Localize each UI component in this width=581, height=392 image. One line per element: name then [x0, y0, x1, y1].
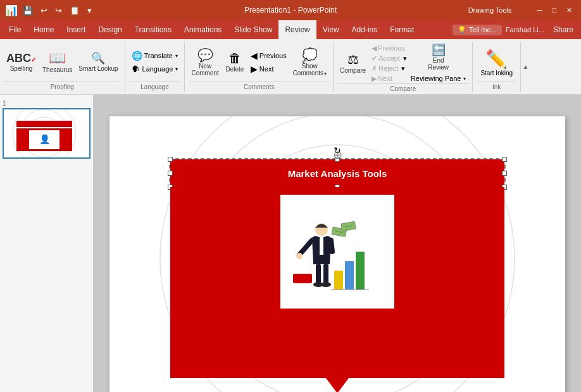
redo-button[interactable]: ↪ [53, 4, 65, 16]
tab-view[interactable]: View [316, 20, 346, 39]
tab-review[interactable]: Review [278, 20, 316, 39]
accept-icon: ✔ [372, 54, 377, 63]
share-button[interactable]: Share [548, 24, 578, 35]
lightbulb-icon: 💡 [458, 26, 466, 34]
drawing-tools-label: Drawing Tools [468, 6, 512, 14]
tab-format[interactable]: Format [384, 20, 420, 39]
ribbon-group-proofing: ABC✓ Spelling 📖 Thesaurus 🔍 Smart Lookup… [0, 42, 125, 92]
reject-dropdown[interactable]: ▾ [401, 64, 405, 73]
next-comment-button[interactable]: ▶ Next [248, 63, 289, 75]
title-shape[interactable]: ↻ Market Analysis Tools [170, 159, 504, 187]
thesaurus-button[interactable]: 📖 Thesaurus [40, 50, 75, 75]
ribbon-group-language: 🌐 Translate ▾ 🗣 Language ▾ Language [125, 42, 185, 92]
title-bar: 📊 💾 ↩ ↪ 📋 ▾ Presentation1 - PowerPoint D… [0, 0, 581, 20]
ribbon: ABC✓ Spelling 📖 Thesaurus 🔍 Smart Lookup… [0, 39, 581, 95]
proofing-group-label: Proofing [4, 82, 121, 90]
next-comment-icon: ▶ [251, 64, 258, 74]
translate-label: Translate [144, 52, 173, 59]
show-comments-button[interactable]: 💭 ShowComments▾ [290, 47, 329, 78]
reject-button[interactable]: ✗ Reject [370, 64, 400, 73]
thesaurus-label: Thesaurus [42, 66, 72, 73]
tab-insert[interactable]: Insert [60, 20, 92, 39]
tab-home[interactable]: Home [27, 20, 60, 39]
close-button[interactable]: ✕ [563, 5, 576, 16]
compare-actions: ◀ Previous ✔ Accept ▾ ✗ Reject [370, 44, 407, 83]
compare-next-icon: ▶ [372, 75, 377, 83]
translate-button[interactable]: 🌐 Translate ▾ [129, 49, 181, 62]
show-comments-label: ShowComments▾ [293, 63, 327, 77]
tab-design[interactable]: Design [92, 20, 128, 39]
spelling-icon: ABC✓ [6, 52, 36, 64]
accept-label: Accept [378, 54, 400, 62]
user-account[interactable]: Farshad Li... [506, 26, 544, 34]
smart-lookup-icon: 🔍 [91, 52, 105, 64]
more-qat-button[interactable]: ▾ [85, 4, 94, 16]
delete-comment-button[interactable]: 🗑 Delete [223, 51, 247, 74]
ink-group-label: Ink [477, 82, 516, 90]
compare-next-button[interactable]: ▶ Next [370, 74, 394, 83]
tab-animations[interactable]: Animations [178, 20, 228, 39]
compare-button[interactable]: ⚖ Compare [337, 52, 368, 75]
thesaurus-icon: 📖 [49, 51, 66, 65]
translate-icon: 🌐 [132, 51, 142, 61]
window-title: Presentation1 - PowerPoint [244, 6, 337, 15]
reviewing-pane-button[interactable]: Reviewing Pane ▾ [408, 73, 469, 83]
delete-icon: 🗑 [228, 52, 241, 64]
tab-transitions[interactable]: Transitions [128, 20, 178, 39]
spelling-label: Spelling [10, 65, 33, 72]
svg-rect-13 [334, 271, 343, 290]
compare-previous-button[interactable]: ◀ Previous [370, 44, 407, 53]
compare-group-label: Compare [337, 83, 468, 92]
handle-tr[interactable] [502, 157, 507, 162]
reviewing-pane-label: Reviewing Pane [411, 75, 461, 82]
connector-handle[interactable]: ⊕ [333, 148, 342, 162]
handle-ml[interactable] [168, 171, 173, 176]
show-comments-arrow: ▾ [324, 71, 327, 77]
prev-comment-icon: ◀ [251, 51, 258, 61]
spelling-button[interactable]: ABC✓ Spelling [4, 51, 39, 73]
ribbon-tabs: File Home Insert Design Transitions Anim… [0, 20, 581, 39]
language-buttons: 🌐 Translate ▾ 🗣 Language ▾ [129, 43, 181, 82]
tab-file[interactable]: File [3, 20, 27, 39]
undo-button[interactable]: ↩ [38, 4, 50, 16]
smart-lookup-button[interactable]: 🔍 Smart Lookup [76, 51, 120, 73]
canvas-area[interactable]: ↻ Market Analysis Tools [94, 95, 581, 392]
slide-thumb-content: 👤 [4, 109, 85, 157]
language-icon: 🗣 [132, 64, 141, 74]
tell-me-box[interactable]: 💡 Tell me... [453, 25, 502, 35]
new-comment-button[interactable]: 💬 NewComment [189, 47, 221, 78]
handle-mr[interactable] [502, 171, 507, 176]
compare-row-previous: ◀ Previous [370, 44, 407, 53]
maximize-button[interactable]: □ [548, 5, 560, 15]
main-area: 1 👤 [0, 95, 581, 392]
slide-title-text: Market Analysis Tools [288, 168, 387, 179]
proofing-buttons: ABC✓ Spelling 📖 Thesaurus 🔍 Smart Lookup [4, 43, 121, 82]
handle-tl[interactable] [168, 157, 173, 162]
reviewing-pane-arrow: ▾ [463, 76, 466, 82]
tell-me-text: Tell me... [469, 26, 497, 34]
start-inking-label: Start Inking [480, 70, 513, 77]
end-review-icon: 🔚 [432, 44, 446, 56]
end-review-button[interactable]: 🔚 EndReview [408, 43, 469, 72]
end-review-label: EndReview [428, 57, 449, 71]
tab-slide-show[interactable]: Slide Show [228, 20, 278, 39]
minimize-button[interactable]: ─ [534, 5, 546, 15]
compare-previous-icon: ◀ [372, 44, 377, 52]
app-icon: 📊 [5, 4, 18, 16]
compare-previous-label: Previous [378, 44, 405, 52]
slide-thumbnail[interactable]: 👤 [3, 108, 91, 159]
delete-label: Delete [225, 66, 244, 73]
ribbon-group-comments: 💬 NewComment 🗑 Delete ◀ Previous ▶ Next … [185, 42, 334, 92]
accept-button[interactable]: ✔ Accept [370, 54, 402, 63]
svg-rect-14 [345, 261, 354, 290]
save-button[interactable]: 💾 [20, 4, 35, 16]
accept-dropdown[interactable]: ▾ [403, 54, 407, 63]
previous-comment-button[interactable]: ◀ Previous [248, 49, 289, 62]
language-button[interactable]: 🗣 Language ▾ [129, 63, 181, 75]
ribbon-collapse-button[interactable]: ▲ [520, 42, 530, 92]
tab-add-ins[interactable]: Add-ins [346, 20, 384, 39]
customize-qat-button[interactable]: 📋 [67, 4, 82, 16]
start-inking-button[interactable]: ✏️ Start Inking [477, 47, 516, 78]
compare-row-reject: ✗ Reject ▾ [370, 64, 407, 73]
content-shape [170, 187, 504, 378]
